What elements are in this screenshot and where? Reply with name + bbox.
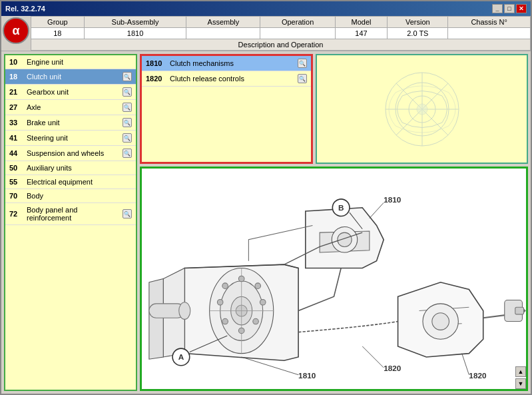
alfa-romeo-logo: α (3, 17, 29, 44)
scroll-down-button[interactable]: ▼ (515, 378, 526, 389)
operation-value (260, 28, 335, 39)
svg-text:1820: 1820 (384, 364, 401, 372)
svg-text:B: B (338, 203, 344, 212)
model-value: 147 (335, 28, 388, 39)
sub-list-item-1810[interactable]: 1810Clutch mechanisms🔍 (142, 56, 311, 71)
svg-text:1810: 1810 (384, 195, 401, 204)
search-icon[interactable]: 🔍 (123, 133, 132, 143)
scroll-up-button[interactable]: ▲ (515, 366, 526, 377)
subassembly-header: Sub-Assembly (84, 17, 186, 28)
title-bar-buttons: _ □ ✕ (492, 4, 527, 13)
main-window: Rel. 32.2.74 _ □ ✕ α Group Sub-Assembly … (0, 0, 532, 395)
left-menu-item-18[interactable]: 18Clutch unit🔍 (5, 69, 136, 85)
sub-search-icon[interactable]: 🔍 (298, 59, 307, 68)
subassembly-value: 1810 (84, 28, 186, 39)
maximize-button[interactable]: □ (504, 4, 515, 13)
search-icon[interactable]: 🔍 (123, 149, 132, 158)
left-item-number: 44 (9, 149, 23, 157)
sub-item-number: 1820 (146, 75, 166, 83)
left-item-label: Body (27, 192, 132, 200)
left-item-label: Steering unit (27, 134, 123, 142)
sub-item-number: 1810 (146, 59, 166, 67)
svg-point-29 (179, 302, 190, 320)
svg-point-21 (222, 283, 228, 289)
assembly-header: Assembly (186, 17, 260, 28)
left-item-number: 50 (9, 164, 23, 172)
left-menu-item-10[interactable]: 10Engine unit (5, 55, 136, 69)
svg-text:1810: 1810 (298, 371, 316, 380)
svg-point-7 (417, 104, 427, 115)
left-menu-item-50[interactable]: 50Auxiliary units (5, 161, 136, 175)
left-item-number: 72 (9, 210, 23, 218)
svg-point-18 (238, 328, 244, 334)
left-item-label: Electrical equipment (27, 178, 132, 186)
left-menu-item-33[interactable]: 33Brake unit🔍 (5, 115, 136, 131)
right-panels: 1810Clutch mechanisms🔍1820Clutch release… (140, 54, 528, 391)
left-item-label: Suspension and wheels (27, 149, 123, 157)
sub-search-icon[interactable]: 🔍 (298, 74, 307, 83)
search-icon[interactable]: 🔍 (123, 103, 132, 112)
group-header: Group (31, 17, 85, 28)
svg-point-16 (260, 299, 266, 305)
diagram-panel: 1810 1810 1820 1820 A B (140, 167, 528, 391)
sub-list: 1810Clutch mechanisms🔍1820Clutch release… (140, 54, 313, 164)
svg-point-26 (432, 313, 449, 330)
left-item-number: 41 (9, 134, 23, 142)
left-item-number: 21 (9, 88, 23, 96)
left-item-number: 70 (9, 192, 23, 200)
chassis-value (448, 28, 531, 39)
version-value: 2.0 TS (388, 28, 448, 39)
left-item-label: Axle (27, 103, 123, 111)
search-icon[interactable]: 🔍 (123, 72, 132, 81)
preview-panel (316, 54, 528, 164)
left-panel: 10Engine unit18Clutch unit🔍21Gearbox uni… (4, 54, 137, 391)
left-item-label: Auxiliary units (27, 164, 132, 172)
left-menu-item-55[interactable]: 55Electrical equipment (5, 175, 136, 189)
svg-point-17 (253, 318, 259, 324)
sub-list-item-1820[interactable]: 1820Clutch release controls🔍 (142, 71, 311, 87)
header-section: α Group Sub-Assembly Assembly Operation … (1, 16, 531, 51)
svg-line-42 (362, 346, 384, 368)
description-label: Description and Operation (31, 39, 531, 51)
left-item-number: 27 (9, 103, 23, 111)
sub-item-label: Clutch mechanisms (170, 59, 234, 67)
left-menu-item-72[interactable]: 72Body panel and reinforcement🔍 (5, 203, 136, 225)
svg-rect-28 (515, 307, 524, 314)
left-item-number: 18 (9, 73, 23, 81)
header-grid: Group Sub-Assembly Assembly Operation Mo… (31, 16, 531, 51)
left-item-label: Body panel and reinforcement (27, 206, 123, 222)
svg-line-40 (370, 202, 384, 218)
assembly-value (186, 28, 260, 39)
left-item-label: Gearbox unit (27, 88, 123, 96)
header-table: Group Sub-Assembly Assembly Operation Mo… (31, 16, 531, 51)
left-item-number: 10 (9, 58, 23, 66)
left-item-label: Engine unit (27, 58, 132, 66)
left-menu-item-27[interactable]: 27Axle🔍 (5, 100, 136, 115)
search-icon[interactable]: 🔍 (123, 118, 132, 127)
left-item-number: 33 (9, 119, 23, 127)
left-menu-item-41[interactable]: 41Steering unit🔍 (5, 131, 136, 146)
preview-svg (356, 59, 489, 159)
svg-point-15 (255, 283, 261, 289)
left-menu-item-44[interactable]: 44Suspension and wheels🔍 (5, 146, 136, 161)
title-bar: Rel. 32.2.74 _ □ ✕ (1, 1, 531, 16)
window-title: Rel. 32.2.74 (5, 5, 45, 13)
left-item-label: Brake unit (27, 119, 123, 127)
search-icon[interactable]: 🔍 (123, 209, 132, 218)
main-diagram-svg: 1810 1810 1820 1820 A B (142, 169, 526, 389)
close-button[interactable]: ✕ (516, 4, 527, 13)
left-menu-item-21[interactable]: 21Gearbox unit🔍 (5, 85, 136, 100)
main-content: 10Engine unit18Clutch unit🔍21Gearbox uni… (1, 51, 531, 394)
left-menu-item-70[interactable]: 70Body (5, 189, 136, 203)
minimize-button[interactable]: _ (492, 4, 503, 13)
group-value: 18 (31, 28, 85, 39)
sub-item-label: Clutch release controls (170, 75, 244, 83)
scroll-controls: ▲ ▼ (515, 366, 526, 389)
version-header: Version (388, 17, 448, 28)
svg-point-14 (238, 276, 244, 282)
svg-point-20 (217, 299, 223, 305)
chassis-header: Chassis N° (448, 17, 531, 28)
search-icon[interactable]: 🔍 (123, 87, 132, 97)
model-header: Model (335, 17, 388, 28)
svg-line-43 (462, 354, 469, 375)
